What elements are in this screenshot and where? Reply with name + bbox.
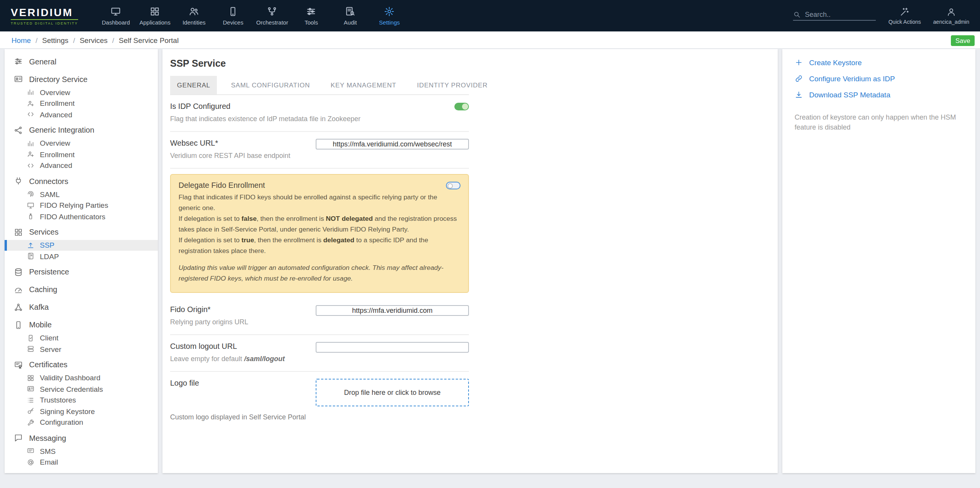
breadcrumb-current-page: Self Service Portal (119, 36, 179, 44)
fingerprint-icon (27, 191, 34, 198)
sidebar-item-directory-overview[interactable]: Overview (5, 87, 158, 98)
link-icon (795, 74, 803, 83)
tab-identity-provider[interactable]: IDENTITY PROVIDER (410, 76, 495, 94)
sidebar-item-client[interactable]: Client (5, 332, 158, 343)
sidebar-item-server[interactable]: Server (5, 343, 158, 355)
nav-item-applications[interactable]: Applications (135, 6, 174, 26)
breadcrumb-settings[interactable]: Settings (42, 36, 69, 44)
sidebar-item-certificates[interactable]: Certificates (5, 357, 158, 372)
sidebar-item-fido-authenticators[interactable]: FIDO Authenticators (5, 211, 158, 222)
actions-panel: Create Keystore Configure Veridium as ID… (782, 49, 975, 473)
configure-veridium-as-idp-link[interactable]: Configure Veridium as IDP (795, 74, 963, 83)
sidebar-item-kafka[interactable]: Kafka (5, 299, 158, 315)
magic-wand-icon (900, 7, 910, 17)
sidebar-item-ldap[interactable]: LDAP (5, 251, 158, 262)
code-icon (27, 162, 34, 169)
create-keystore-link[interactable]: Create Keystore (795, 58, 963, 67)
global-search (793, 11, 876, 21)
settings-sidebar: General Directory Service Overview Enrol… (5, 49, 158, 473)
orchestrator-icon (267, 6, 277, 16)
field-label: Is IDP Configured (170, 102, 447, 110)
sidebar-item-signing-keystore[interactable]: Signing Keystore (5, 406, 158, 417)
is-idp-configured-toggle[interactable] (454, 103, 469, 110)
sidebar-item-persistence[interactable]: Persistence (5, 264, 158, 279)
audit-icon (345, 6, 356, 16)
id-card-icon (27, 385, 34, 393)
applications-icon (149, 6, 160, 16)
nav-item-audit[interactable]: Audit (331, 6, 370, 26)
sidebar-item-caching[interactable]: Caching (5, 282, 158, 297)
breadcrumb-separator: / (73, 36, 75, 44)
sidebar-item-service-credentials[interactable]: Service Credentials (5, 383, 158, 394)
nav-item-devices[interactable]: Devices (213, 6, 252, 26)
delegate-fido-toggle[interactable] (446, 182, 461, 190)
toggle-knob (447, 183, 453, 189)
sidebar-item-directory-enrollment[interactable]: Enrollment (5, 98, 158, 109)
sidebar-item-ssp[interactable]: SSP (5, 240, 158, 251)
logo-file-dropzone[interactable]: Drop file here or click to browse (316, 379, 469, 406)
quick-actions-button[interactable]: Quick Actions (888, 7, 921, 25)
sidebar-item-truststores[interactable]: Truststores (5, 394, 158, 406)
sidebar-item-connectors[interactable]: Connectors (5, 173, 158, 189)
upload-icon (27, 242, 34, 249)
nav-item-dashboard[interactable]: Dashboard (96, 6, 135, 26)
wrench-icon (27, 419, 34, 426)
websec-url-input[interactable] (316, 139, 469, 150)
nav-item-identities[interactable]: Identities (174, 6, 213, 26)
tab-saml-configuration[interactable]: SAML CONFIGURATION (224, 76, 317, 94)
sidebar-item-email[interactable]: Email (5, 457, 158, 468)
tab-bar: GENERAL SAML CONFIGURATION KEY MANAGEMEN… (170, 76, 469, 95)
keystore-hsm-note: Creation of keystore can only happen whe… (795, 113, 957, 133)
sidebar-item-messaging[interactable]: Messaging (5, 430, 158, 445)
field-description: Relying party origins URL (170, 317, 308, 326)
database-icon (14, 267, 23, 276)
primary-nav: Dashboard Applications Identities Device… (96, 6, 409, 26)
topbar-right: Quick Actions aencica_admin (793, 7, 969, 25)
person-add-icon (27, 100, 34, 107)
download-ssp-metadata-link[interactable]: Download SSP Metadata (795, 90, 963, 99)
grid-icon (14, 227, 23, 237)
sidebar-item-sms[interactable]: SMS (5, 445, 158, 457)
phone-icon (14, 320, 23, 329)
sidebar-item-services[interactable]: Services (5, 224, 158, 240)
breadcrumb-services[interactable]: Services (80, 36, 108, 44)
save-button[interactable]: Save (951, 35, 975, 46)
sidebar-item-general[interactable]: General (5, 54, 158, 69)
nav-item-tools[interactable]: Tools (292, 6, 331, 26)
sidebar-item-integration-enrollment[interactable]: Enrollment (5, 149, 158, 160)
field-websec-url: Websec URL* Veridium core REST API base … (170, 132, 469, 169)
field-label: Logo file (170, 379, 308, 387)
delegate-fido-enrollment-box: Delegate Fido Enrollment Flag that indic… (170, 174, 469, 293)
search-input[interactable] (805, 11, 876, 18)
field-logo-file: Logo file Drop file here or click to bro… (170, 372, 469, 429)
at-icon (27, 458, 34, 466)
delegate-line-1: Flag that indicates if FIDO keys should … (179, 193, 461, 214)
default-logout-path: /saml/logout (244, 355, 285, 363)
brand-tagline: TRUSTED DIGITAL IDENTITY (11, 20, 78, 25)
nav-item-settings[interactable]: Settings (370, 6, 409, 26)
sidebar-item-generic-integration[interactable]: Generic Integration (5, 122, 158, 138)
fido-origin-input[interactable] (316, 305, 469, 315)
server-icon (27, 345, 34, 353)
sidebar-item-saml[interactable]: SAML (5, 189, 158, 200)
certificate-icon (14, 360, 23, 369)
tab-general[interactable]: GENERAL (170, 76, 217, 94)
breadcrumb-home[interactable]: Home (11, 36, 31, 44)
user-menu[interactable]: aencica_admin (933, 7, 969, 25)
chart-icon (27, 89, 34, 96)
sidebar-item-configuration[interactable]: Configuration (5, 417, 158, 428)
nav-item-orchestrator[interactable]: Orchestrator (252, 6, 292, 26)
veridium-logo[interactable]: VERIDIUM TRUSTED DIGITAL IDENTITY (11, 7, 78, 25)
sidebar-item-directory-service[interactable]: Directory Service (5, 71, 158, 87)
sidebar-item-validity-dashboard[interactable]: Validity Dashboard (5, 372, 158, 383)
sidebar-item-integration-advanced[interactable]: Advanced (5, 160, 158, 171)
sidebar-item-integration-overview[interactable]: Overview (5, 138, 158, 149)
delegate-warning-note: Updating this value will trigger an auto… (179, 263, 461, 284)
integration-icon (14, 125, 23, 135)
sidebar-item-fido-relying-parties[interactable]: FIDO Relying Parties (5, 200, 158, 211)
custom-logout-url-input[interactable] (316, 342, 469, 353)
tab-key-management[interactable]: KEY MANAGEMENT (324, 76, 403, 94)
sidebar-item-mobile[interactable]: Mobile (5, 317, 158, 332)
sidebar-item-directory-advanced[interactable]: Advanced (5, 109, 158, 120)
id-card-icon (14, 74, 23, 84)
